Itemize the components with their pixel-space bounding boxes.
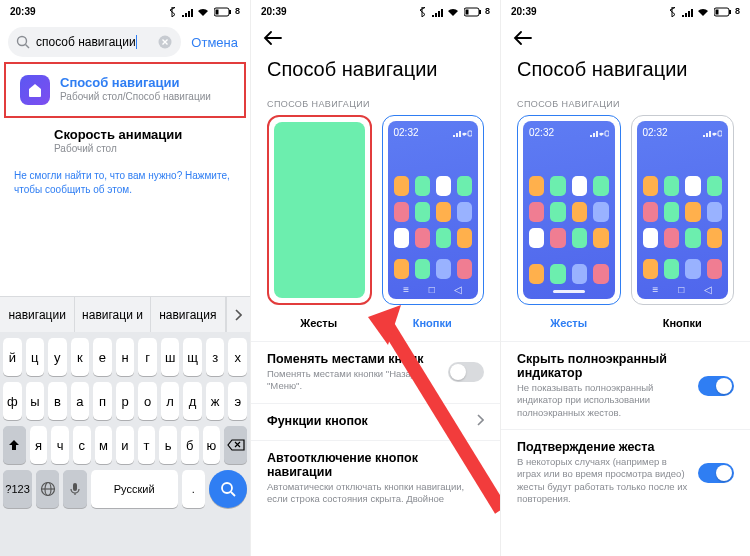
- key-н[interactable]: н: [116, 338, 135, 376]
- suggestion[interactable]: навигаци и: [75, 297, 150, 332]
- result-title: Способ навигации: [60, 75, 211, 90]
- card-gestures[interactable]: [267, 115, 372, 305]
- card-buttons[interactable]: 02:32≡□◁: [631, 115, 735, 305]
- keyboard: йцукенгшщзх фывапролджэ ячсмитьбю ?123 Р…: [0, 332, 250, 556]
- suggestion[interactable]: навигация: [151, 297, 226, 332]
- cancel-button[interactable]: Отмена: [187, 35, 242, 50]
- key-ь[interactable]: ь: [159, 426, 177, 464]
- back-button[interactable]: [513, 31, 533, 48]
- key-а[interactable]: а: [71, 382, 90, 420]
- key-т[interactable]: т: [138, 426, 156, 464]
- clear-button[interactable]: [157, 34, 173, 50]
- key-в[interactable]: в: [48, 382, 67, 420]
- key-з[interactable]: з: [206, 338, 225, 376]
- key-о[interactable]: о: [138, 382, 157, 420]
- svg-rect-15: [468, 131, 472, 136]
- battery-icon: [214, 7, 232, 17]
- search-box[interactable]: способ навигации: [8, 27, 181, 57]
- key-с[interactable]: с: [73, 426, 91, 464]
- header: [251, 22, 500, 56]
- battery-icon: [464, 7, 482, 17]
- key-ц[interactable]: ц: [26, 338, 45, 376]
- key-ы[interactable]: ы: [26, 382, 45, 420]
- backspace-key[interactable]: [224, 426, 247, 464]
- shift-key[interactable]: [3, 426, 26, 464]
- key-и[interactable]: и: [116, 426, 134, 464]
- setting-sub: Поменять местами кнопки "Назад" "Меню".: [267, 368, 438, 393]
- status-bar: 20:39 8: [501, 0, 750, 22]
- key-э[interactable]: э: [228, 382, 247, 420]
- gestures-preview: [274, 122, 365, 298]
- key-д[interactable]: д: [183, 382, 202, 420]
- card-gestures[interactable]: 02:32: [517, 115, 621, 305]
- key-х[interactable]: х: [228, 338, 247, 376]
- toggle[interactable]: [698, 463, 734, 483]
- key-ю[interactable]: ю: [203, 426, 221, 464]
- label-gestures: Жесты: [517, 317, 621, 329]
- setting-button-functions[interactable]: Функции кнопок: [251, 403, 500, 440]
- status-icons: 8: [166, 5, 240, 16]
- setting-title: Поменять местами кнопк: [267, 352, 438, 366]
- search-input[interactable]: способ навигации: [36, 35, 151, 50]
- status-icons: 8: [416, 5, 490, 16]
- signal-icon: [681, 7, 693, 17]
- status-time: 20:39: [261, 6, 287, 17]
- page-title: Способ навигации: [501, 56, 750, 95]
- header: [501, 22, 750, 56]
- key-к[interactable]: к: [71, 338, 90, 376]
- key-б[interactable]: б: [181, 426, 199, 464]
- key-ф[interactable]: ф: [3, 382, 22, 420]
- numeric-key[interactable]: ?123: [3, 470, 32, 508]
- key-м[interactable]: м: [95, 426, 113, 464]
- help-link[interactable]: Не смогли найти то, что вам нужно? Нажми…: [0, 163, 250, 209]
- period-key[interactable]: .: [182, 470, 205, 508]
- setting-gesture-confirm[interactable]: Подтверждение жеста В некоторых случаях …: [501, 429, 750, 515]
- key-ш[interactable]: ш: [161, 338, 180, 376]
- label-buttons: Кнопки: [631, 317, 735, 329]
- key-е[interactable]: е: [93, 338, 112, 376]
- setting-title: Функции кнопок: [267, 414, 466, 428]
- nav-mode-cards: 02:32 02:32≡□◁: [501, 115, 750, 305]
- search-result-2[interactable]: Скорость анимации Рабочий стол: [0, 118, 250, 163]
- comma-key[interactable]: [63, 470, 86, 508]
- setting-auto-hide[interactable]: Автоотключение кнопок навигации Автомати…: [251, 440, 500, 516]
- suggestion-more[interactable]: [226, 297, 250, 332]
- key-у[interactable]: у: [48, 338, 67, 376]
- space-key[interactable]: Русский: [91, 470, 178, 508]
- setting-title: Подтверждение жеста: [517, 440, 688, 454]
- wifi-icon: [447, 7, 459, 17]
- result-title: Скорость анимации: [54, 127, 182, 142]
- key-ж[interactable]: ж: [206, 382, 225, 420]
- key-я[interactable]: я: [30, 426, 48, 464]
- phone-screen-2: 20:39 8 Способ навигации СПОСОБ НАВИГАЦИ…: [250, 0, 500, 556]
- phone-screen-3: 20:39 8 Способ навигации СПОСОБ НАВИГАЦИ…: [500, 0, 750, 556]
- toggle[interactable]: [698, 376, 734, 396]
- key-ч[interactable]: ч: [51, 426, 69, 464]
- key-р[interactable]: р: [116, 382, 135, 420]
- buttons-preview: 02:32≡□◁: [637, 121, 729, 299]
- key-щ[interactable]: щ: [183, 338, 202, 376]
- key-г[interactable]: г: [138, 338, 157, 376]
- keyboard-row: йцукенгшщзх: [3, 338, 247, 376]
- signal-icon: [181, 7, 193, 17]
- card-buttons[interactable]: 02:32≡□◁: [382, 115, 485, 305]
- setting-hide-indicator[interactable]: Скрыть полноэкранный индикатор Не показы…: [501, 341, 750, 429]
- key-л[interactable]: л: [161, 382, 180, 420]
- status-time: 20:39: [511, 6, 537, 17]
- search-result-1[interactable]: Способ навигации Рабочий стол/Способ нав…: [6, 66, 244, 114]
- suggestion[interactable]: навигации: [0, 297, 75, 332]
- keyboard-suggestions: навигации навигаци и навигация: [0, 296, 250, 332]
- lang-key[interactable]: [36, 470, 59, 508]
- toggle[interactable]: [448, 362, 484, 382]
- back-button[interactable]: [263, 31, 283, 48]
- key-й[interactable]: й: [3, 338, 22, 376]
- battery-level: 8: [735, 6, 740, 16]
- mic-icon: [69, 482, 81, 496]
- key-п[interactable]: п: [93, 382, 112, 420]
- keyboard-row: ?123 Русский .: [3, 470, 247, 508]
- phone-screen-1: 20:39 8 способ навигации Отмена Способ н…: [0, 0, 250, 556]
- setting-swap-buttons[interactable]: Поменять местами кнопк Поменять местами …: [251, 341, 500, 403]
- search-key[interactable]: [209, 470, 247, 508]
- svg-rect-21: [718, 131, 722, 136]
- setting-sub: Автоматически отключать кнопки навигации…: [267, 481, 484, 506]
